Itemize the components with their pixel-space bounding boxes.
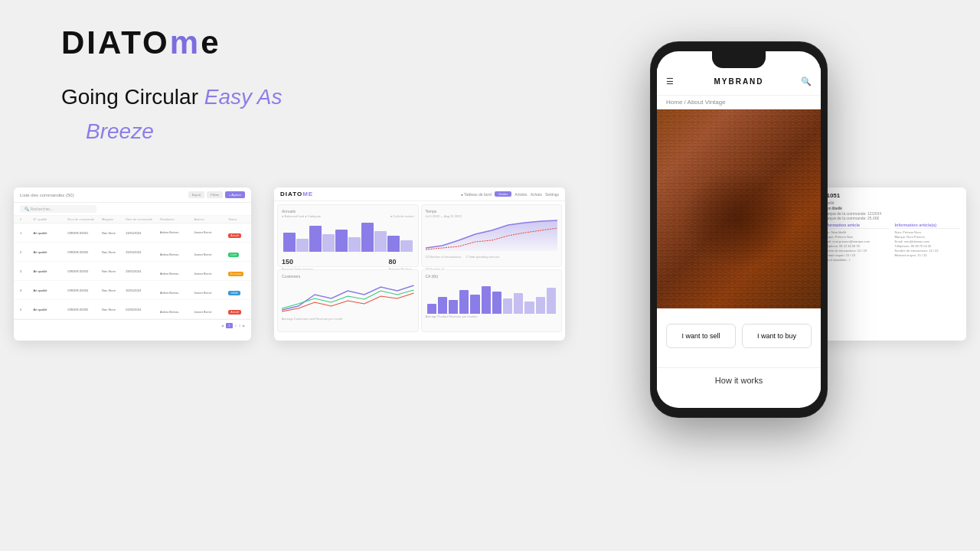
product-id: #1051 [823, 192, 960, 199]
info2-amount: Montant moyen: 15 / 23 [895, 253, 961, 257]
phone-product-image [657, 109, 821, 308]
info2-brand: Marque: Nom Prénom [895, 235, 961, 239]
charts-panel: DIATOME ● Tableau de bord Ventes Article… [274, 187, 565, 341]
info-transactions: Nombre de transactions: 12 / 23 [823, 249, 889, 253]
buy-button-label: I want to buy [757, 332, 796, 340]
tagline-highlight2: Breeze [86, 119, 154, 143]
how-it-works-label: How it works [715, 376, 763, 385]
phone-notch [712, 51, 766, 68]
logo-accent: m [170, 24, 201, 60]
table-row: 2 Art qualité ORDER-00002 Nan Store 26/0… [14, 243, 251, 262]
search-icon[interactable]: 🔍 [801, 77, 812, 86]
tagline: Going Circular Easy As Breeze [61, 80, 282, 149]
phone-brand-name: MYBRAND [714, 77, 763, 86]
product-title: Libellé [823, 201, 960, 205]
info-amount: Montant moyen: 15 / 23 [823, 253, 889, 257]
phone-nav: ☰ MYBRAND 🔍 [657, 68, 821, 96]
orders-panel: Liste des commandes (50) Export Filtres … [14, 187, 251, 341]
info-cumul: Cumul newsletter: ✓ [823, 258, 889, 262]
phone-action-buttons: I want to sell I want to buy [657, 324, 821, 348]
sell-button[interactable]: I want to sell [666, 324, 736, 348]
table-row: 1 Art qualité ORDER-00001 Nan Store 24/0… [14, 223, 251, 243]
info-section-title: Information article [823, 223, 889, 229]
product-title-value: Nom libellé [823, 206, 960, 210]
svg-rect-6 [657, 109, 821, 308]
how-it-works-section[interactable]: How it works [657, 367, 821, 393]
orders-panel-title: Liste des commandes (50) [20, 193, 74, 197]
info-brand: Marque: Prénom Nom [823, 235, 889, 239]
table-row: 5 Art qualité ORDER-00005 Nan Store 02/0… [14, 300, 251, 319]
tagline-highlight1: Easy As [204, 85, 283, 109]
info2-email: Email: nom@domain.com [895, 240, 961, 243]
sell-button-label: I want to sell [681, 332, 720, 340]
table-row: 3 Art qualité ORDER-00003 Nan Store 28/0… [14, 262, 251, 281]
info2-name: Nom: Prénom Nom [895, 230, 961, 234]
menu-icon[interactable]: ☰ [666, 77, 674, 86]
breadcrumb-text: Home / About Vintage [666, 99, 726, 106]
info-telephone: Téléphone: 06 12 34 56 78 [823, 244, 889, 248]
table-row: 4 Art qualité ORDER-00004 Nan Store 30/0… [14, 281, 251, 300]
app-logo: DIATOme [61, 24, 221, 61]
info2-telephone: Téléphone: 06 98 76 54 32 [895, 244, 961, 248]
info2-transactions: Nombre de transactions: 12 / 23 [895, 249, 961, 253]
buy-button[interactable]: I want to buy [742, 324, 812, 348]
logo-text-end: e [201, 24, 220, 60]
info-name: Nom: Nom libellé [823, 230, 889, 234]
tagline-line1: Going Circular [61, 85, 204, 109]
panel-logo: DIATOME [280, 191, 313, 197]
phone-mockup: ☰ MYBRAND 🔍 Home / About Vintage [651, 42, 827, 417]
logo-text-main: DIATO [61, 24, 170, 60]
phone-breadcrumb: Home / About Vintage [657, 96, 821, 109]
info-email: Email: nom.prenom@marque.com [823, 240, 889, 243]
info-section-title-2: Information article(s) [895, 223, 961, 229]
product-sku-label: Marque de la commande: 25.00€ [823, 216, 960, 220]
